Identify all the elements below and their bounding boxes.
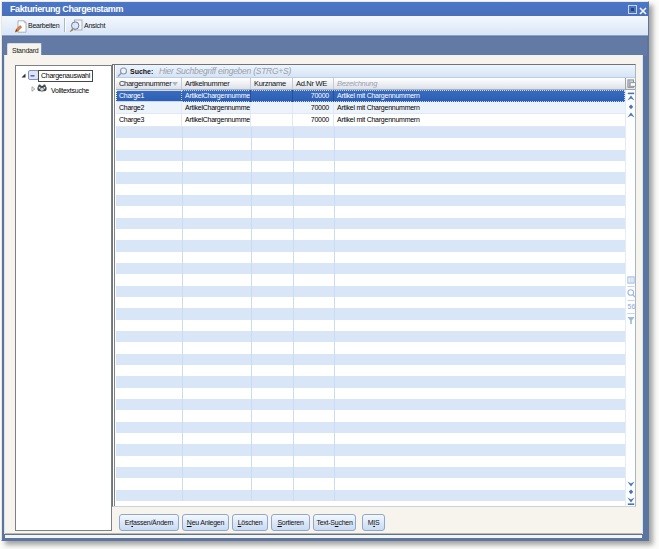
svg-text:56: 56 (628, 303, 636, 310)
